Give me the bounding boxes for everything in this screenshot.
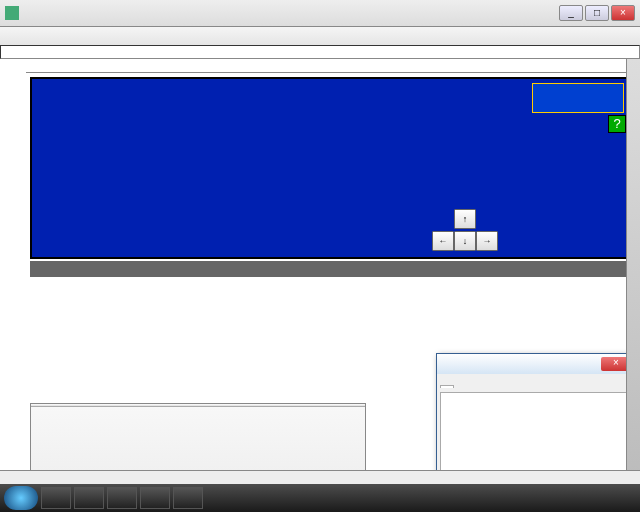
close-button[interactable]: × — [611, 5, 635, 21]
scrollbar-v[interactable] — [626, 59, 640, 489]
menu-bar — [0, 27, 640, 45]
minimize-button[interactable]: _ — [559, 5, 583, 21]
taskbar-app-3[interactable] — [107, 487, 137, 509]
arrow-down[interactable]: ↓ — [454, 231, 476, 251]
app-icon — [5, 6, 19, 20]
taskbar-app-1[interactable] — [41, 487, 71, 509]
properties-tab[interactable] — [440, 385, 454, 388]
maximize-button[interactable]: □ — [585, 5, 609, 21]
path-display — [4, 47, 636, 57]
taskbar-app-2[interactable] — [74, 487, 104, 509]
ruler-horizontal — [26, 59, 640, 73]
taskbar-app-5[interactable] — [173, 487, 203, 509]
start-button[interactable] — [4, 486, 38, 510]
keyboard-board[interactable]: ? ↑ ← ↓ → — [30, 77, 632, 259]
taskbar-app-4[interactable] — [140, 487, 170, 509]
taskbar[interactable] — [0, 484, 640, 512]
arrow-up[interactable]: ↑ — [454, 209, 476, 229]
arrow-right[interactable]: → — [476, 231, 498, 251]
status-bar — [0, 470, 640, 484]
arrow-left[interactable]: ← — [432, 231, 454, 251]
frame-bar — [30, 261, 632, 277]
